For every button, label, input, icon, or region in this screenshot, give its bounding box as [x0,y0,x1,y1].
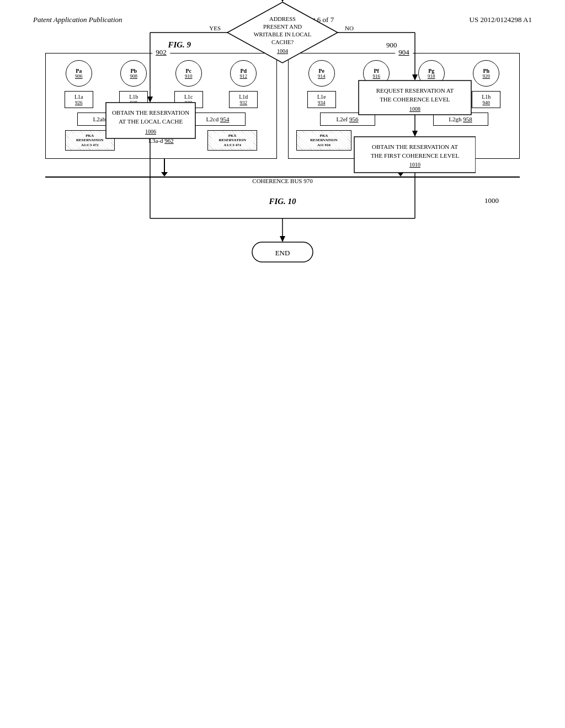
svg-marker-68 [412,74,418,81]
svg-text:OBTAIN THE RESERVATION: OBTAIN THE RESERVATION [112,109,189,116]
svg-text:1010: 1010 [409,162,420,168]
svg-text:THE FIRST COHERENCE LEVEL: THE FIRST COHERENCE LEVEL [371,152,459,159]
svg-text:WRITABLE IN LOCAL: WRITABLE IN LOCAL [254,31,312,38]
svg-text:OBTAIN THE RESERVATION AT: OBTAIN THE RESERVATION AT [372,143,458,150]
svg-text:AT THE LOCAL CACHE: AT THE LOCAL CACHE [119,118,183,125]
fig10-area: FIG. 10 1000 START RECEIVE A "GET RESERV… [33,196,532,278]
svg-text:1006: 1006 [145,129,156,135]
svg-marker-74 [412,131,418,137]
svg-marker-57 [147,97,153,103]
svg-text:END: END [275,249,290,257]
svg-text:THE COHERENCE LEVEL: THE COHERENCE LEVEL [380,96,450,103]
svg-text:PRESENT AND: PRESENT AND [263,24,302,30]
svg-marker-65 [280,236,285,242]
svg-text:REQUEST RESERVATION AT: REQUEST RESERVATION AT [376,87,454,94]
svg-text:ADDRESS: ADDRESS [269,16,296,22]
header-patent-num: US 2012/0124298 A1 [470,15,532,24]
svg-text:1004: 1004 [277,48,288,54]
svg-text:YES: YES [209,25,221,31]
l1h-cache: L1h 940 [472,91,500,108]
flowchart-complete: START RECEIVE A "GET RESERVATION" INSTRU… [89,0,476,278]
main-content: FIG. 9 900 902 Pa 906 Pb 908 [0,30,565,289]
complete-flowchart-svg: START RECEIVE A "GET RESERVATION" INSTRU… [89,0,476,278]
processor-ph: Ph 920 [473,60,499,87]
svg-text:1008: 1008 [409,106,420,112]
processor-pa: Pa 906 [66,60,92,87]
l1a-cache: L1a 926 [65,91,93,108]
svg-text:NO: NO [345,25,354,31]
svg-text:CACHE?: CACHE? [271,39,294,45]
fig10-ref: 1000 [484,196,499,205]
